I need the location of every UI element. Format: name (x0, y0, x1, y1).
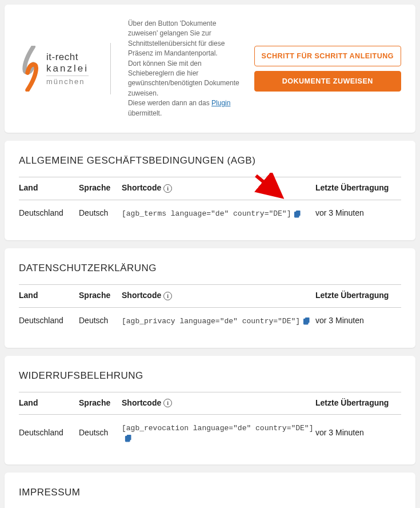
plugin-link[interactable]: Plugin (211, 99, 230, 107)
section-title: ALLGEMEINE GESCHÄFTSBEDINGUNGEN (AGB) (19, 155, 401, 166)
column-header-land: Land (19, 284, 79, 307)
cell-date: vor 3 Minuten (315, 415, 401, 450)
logo-line3: münchen (46, 76, 89, 86)
table-row: DeutschlandDeutsch[agb_terms language="d… (19, 200, 401, 226)
header-desc-line3b: übermittelt. (128, 109, 162, 117)
section-card: ALLGEMEINE GESCHÄFTSBEDINGUNGEN (AGB)Lan… (5, 141, 415, 240)
svg-rect-2 (295, 212, 299, 217)
cell-sprache: Deutsch (79, 307, 122, 334)
assign-documents-button[interactable]: DOKUMENTE ZUWEISEN (254, 71, 401, 92)
copy-icon[interactable] (293, 209, 302, 218)
column-header-letzte: Letzte Übertragung (315, 177, 401, 200)
column-header-land: Land (19, 177, 79, 200)
cell-date: vor 3 Minuten (315, 200, 401, 226)
header-desc-line1: Über den Button 'Dokumente zuweisen' gel… (128, 19, 225, 57)
header-buttons: SCHRITT FÜR SCHRITT ANLEITUNG DOKUMENTE … (254, 46, 401, 92)
logo: it-recht kanzlei münchen (19, 46, 89, 92)
documents-table: LandSpracheShortcodeiLetzte ÜbertragungD… (19, 284, 401, 334)
column-header-sprache: Sprache (79, 177, 122, 200)
section-title: WIDERRUFSBELEHRUNG (19, 370, 401, 382)
column-header-sprache: Sprache (79, 392, 122, 415)
cell-shortcode: [agb_privacy language="de" country="DE"] (122, 307, 315, 334)
cell-land: Deutschland (19, 415, 79, 450)
header-desc-line2: Dort können Sie mit den Schiebereglern d… (128, 59, 239, 97)
column-header-shortcode: Shortcodei (122, 177, 315, 200)
svg-rect-10 (126, 436, 130, 441)
column-header-sprache: Sprache (79, 284, 122, 307)
copy-icon[interactable] (302, 316, 311, 325)
logo-text: it-recht kanzlei münchen (46, 51, 89, 86)
logo-line1: it-recht (46, 51, 89, 63)
table-row: DeutschlandDeutsch[agb_privacy language=… (19, 307, 401, 334)
logo-line2: kanzlei (46, 63, 89, 74)
documents-table: LandSpracheShortcodeiLetzte ÜbertragungD… (19, 392, 401, 451)
section-title: DATENSCHUTZERKLÄRUNG (19, 263, 401, 274)
column-header-shortcode: Shortcodei (122, 392, 315, 415)
column-header-letzte: Letzte Übertragung (315, 392, 401, 415)
shortcode-text: [agb_privacy language="de" country="DE"] (122, 317, 300, 326)
cell-sprache: Deutsch (79, 200, 122, 226)
logo-icon (19, 46, 43, 92)
cell-land: Deutschland (19, 200, 79, 226)
section-card: DATENSCHUTZERKLÄRUNGLandSpracheShortcode… (5, 248, 415, 348)
shortcode-text: [agb_revocation language="de" country="D… (122, 424, 313, 432)
section-title: IMPRESSUM (19, 487, 401, 498)
shortcode-text: [agb_terms language="de" country="DE"] (122, 209, 291, 218)
info-icon[interactable]: i (163, 399, 172, 407)
documents-table: LandSpracheShortcodeiLetzte ÜbertragungD… (19, 177, 401, 226)
cell-shortcode: [agb_revocation language="de" country="D… (122, 415, 315, 450)
column-header-shortcode: Shortcodei (122, 284, 315, 307)
info-icon[interactable]: i (163, 292, 172, 300)
cell-date: vor 3 Minuten (315, 307, 401, 334)
table-row: DeutschlandDeutsch[agb_revocation langua… (19, 415, 401, 450)
cell-land: Deutschland (19, 307, 79, 334)
guide-button[interactable]: SCHRITT FÜR SCHRITT ANLEITUNG (254, 46, 401, 66)
column-header-land: Land (19, 392, 79, 415)
section-card: WIDERRUFSBELEHRUNGLandSpracheShortcodeiL… (5, 356, 415, 465)
copy-icon[interactable] (124, 434, 133, 442)
header-description: Über den Button 'Dokumente zuweisen' gel… (128, 19, 243, 118)
info-icon[interactable]: i (163, 184, 172, 193)
section-card: IMPRESSUMLandSpracheShortcodeiLetzte Übe… (5, 473, 415, 508)
header-desc-line3a: Diese werden dann an das (128, 99, 211, 107)
divider (110, 43, 111, 94)
header-card: it-recht kanzlei münchen Über den Button… (5, 5, 415, 133)
column-header-letzte: Letzte Übertragung (315, 284, 401, 307)
cell-sprache: Deutsch (79, 415, 122, 450)
svg-rect-7 (304, 319, 309, 324)
cell-shortcode: [agb_terms language="de" country="DE"] (122, 200, 315, 226)
